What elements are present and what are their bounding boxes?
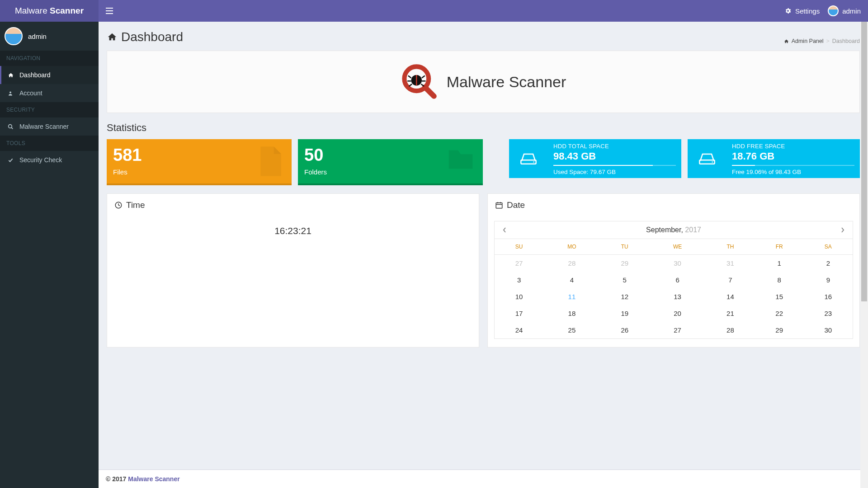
calendar-day[interactable]: 15 [755, 288, 804, 305]
calendar-day[interactable]: 29 [600, 255, 649, 272]
svg-line-22 [118, 205, 120, 206]
chevron-left-icon [503, 227, 506, 233]
calendar-day[interactable]: 19 [600, 305, 649, 322]
calendar-day[interactable]: 18 [543, 305, 600, 322]
calendar-day[interactable]: 30 [649, 255, 706, 272]
calendar-day[interactable]: 14 [706, 288, 755, 305]
calendar-day[interactable]: 25 [543, 322, 600, 338]
calendar-dow: TU [600, 239, 649, 255]
calendar-day[interactable]: 3 [495, 272, 543, 288]
calendar-day[interactable]: 29 [755, 322, 804, 338]
calendar-day[interactable]: 4 [543, 272, 600, 288]
hdd-free-box: HDD FREE SPACE 18.76 GB Free 19.06% of 9… [688, 139, 860, 178]
calendar-day[interactable]: 10 [495, 288, 543, 305]
calendar-day[interactable]: 13 [649, 288, 706, 305]
calendar-day[interactable]: 20 [649, 305, 706, 322]
settings-link[interactable]: Settings [784, 7, 820, 15]
search-icon [8, 124, 14, 130]
home-icon [107, 32, 118, 42]
scrollbar-thumb[interactable] [861, 22, 867, 301]
footer-brand-link[interactable]: Malware Scanner [128, 475, 179, 483]
hdd-free-value: 18.76 GB [732, 150, 854, 162]
calendar-grid: SUMOTUWETHFRSA 2728293031123456789101112… [495, 239, 853, 338]
footer: © 2017 Malware Scanner [99, 469, 868, 488]
calendar-day[interactable]: 21 [706, 305, 755, 322]
breadcrumb-current: Dashboard [832, 38, 860, 44]
check-icon [8, 158, 14, 163]
hdd-total-box: HDD TOTAL SPACE 98.43 GB Used Space: 79.… [509, 139, 681, 178]
svg-rect-0 [106, 8, 113, 9]
calendar-day[interactable]: 16 [804, 288, 853, 305]
svg-point-4 [9, 124, 12, 128]
calendar-day[interactable]: 7 [706, 272, 755, 288]
scrollbar[interactable] [860, 22, 868, 488]
calendar-day[interactable]: 22 [755, 305, 804, 322]
time-panel: Time 16:23:21 [107, 193, 479, 347]
calendar-day[interactable]: 24 [495, 322, 543, 338]
nav-header-security: SECURITY [0, 102, 99, 117]
brand-logo[interactable]: Malware Scanner [0, 0, 99, 22]
sidebar-item-label: Malware Scanner [19, 123, 69, 130]
calendar-day[interactable]: 30 [804, 322, 853, 338]
avatar-icon [828, 5, 839, 16]
sidebar: admin NAVIGATION Dashboard Account SECUR… [0, 22, 99, 488]
calendar-title[interactable]: September, 2017 [646, 226, 701, 234]
sidebar-item-security-check[interactable]: Security Check [0, 151, 99, 169]
sidebar-item-dashboard[interactable]: Dashboard [0, 66, 99, 84]
footer-copyright: © 2017 [106, 475, 128, 483]
hamburger-icon [106, 8, 113, 14]
svg-point-19 [712, 161, 713, 163]
main-content: Dashboard Admin Panel > Dashboard [99, 22, 868, 488]
user-icon [8, 90, 14, 96]
time-panel-title: Time [126, 200, 145, 210]
file-icon [252, 144, 287, 179]
calendar-day[interactable]: 12 [600, 288, 649, 305]
hdd-icon [698, 151, 716, 166]
svg-line-14 [409, 84, 412, 86]
calendar-day[interactable]: 2 [804, 255, 853, 272]
calendar-dow: SU [495, 239, 543, 255]
brand-text-2: Scanner [50, 6, 84, 16]
hdd-total-label: HDD TOTAL SPACE [553, 143, 676, 150]
calendar-dow: SA [804, 239, 853, 255]
stat-folders: 50 Folders [298, 139, 483, 185]
calendar-prev-button[interactable] [500, 226, 509, 234]
user-menu[interactable]: admin [828, 5, 861, 16]
hdd-total-footer: Used Space: 79.67 GB [553, 169, 676, 175]
sidebar-item-label: Account [19, 89, 42, 97]
calendar-day[interactable]: 26 [600, 322, 649, 338]
gears-icon [784, 7, 792, 14]
sidebar-item-account[interactable]: Account [0, 84, 99, 102]
stat-files: 581 Files [107, 139, 292, 185]
nav-header-tools: TOOLS [0, 136, 99, 151]
calendar-day[interactable]: 27 [495, 255, 543, 272]
avatar-icon [5, 27, 23, 45]
calendar-day[interactable]: 28 [543, 255, 600, 272]
calendar-day[interactable]: 28 [706, 322, 755, 338]
breadcrumb-home[interactable]: Admin Panel [792, 38, 824, 44]
hero-title: Malware Scanner [447, 73, 566, 91]
malware-scanner-icon [401, 63, 439, 101]
calendar-day[interactable]: 11 [543, 288, 600, 305]
hdd-free-footer: Free 19.06% of 98.43 GB [732, 169, 854, 175]
calendar-day[interactable]: 31 [706, 255, 755, 272]
svg-line-10 [408, 76, 411, 78]
calendar-next-button[interactable] [838, 226, 847, 234]
calendar-day[interactable]: 27 [649, 322, 706, 338]
calendar-day[interactable]: 23 [804, 305, 853, 322]
breadcrumb: Admin Panel > Dashboard [784, 38, 860, 44]
nav-header-navigation: NAVIGATION [0, 51, 99, 66]
calendar-day[interactable]: 9 [804, 272, 853, 288]
menu-toggle-button[interactable] [99, 8, 120, 14]
hero-banner: Malware Scanner [107, 51, 860, 113]
calendar-day[interactable]: 6 [649, 272, 706, 288]
calendar-day[interactable]: 17 [495, 305, 543, 322]
calendar-day[interactable]: 5 [600, 272, 649, 288]
calendar-day[interactable]: 1 [755, 255, 804, 272]
sidebar-username: admin [28, 33, 47, 40]
calendar-day[interactable]: 8 [755, 272, 804, 288]
calendar: September, 2017 SUMOTUWETHFRSA 272829303… [494, 221, 853, 339]
chevron-right-icon [841, 227, 844, 233]
hdd-total-bar [553, 165, 653, 166]
sidebar-item-malware-scanner[interactable]: Malware Scanner [0, 117, 99, 136]
